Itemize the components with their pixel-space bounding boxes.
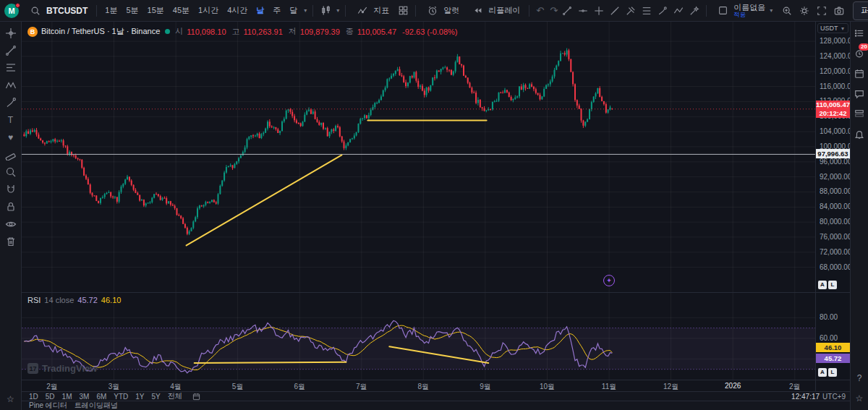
currency-label: USDT xyxy=(820,25,838,32)
symbol-search-button[interactable]: BTCUSDT xyxy=(23,1,92,21)
axis-log-button[interactable]: L xyxy=(828,281,837,289)
achievements-star-icon[interactable]: ☆ xyxy=(852,391,867,406)
chat-icon[interactable] xyxy=(852,87,867,101)
layout-caret-icon: ▾ xyxy=(768,7,774,14)
separator xyxy=(96,5,97,17)
settings-gear-icon[interactable] xyxy=(796,3,812,19)
lock-tool-icon[interactable] xyxy=(1,198,20,215)
measure-ruler-tool-icon[interactable] xyxy=(1,146,20,163)
bar-countdown: 20:12:42 xyxy=(816,109,850,118)
rsi-chart-canvas[interactable] xyxy=(22,293,815,380)
alerts-clock-icon[interactable]: 20 xyxy=(852,46,867,61)
favorites-star-icon[interactable]: ☆ xyxy=(1,390,20,407)
fav-tool-hline-icon[interactable] xyxy=(576,4,590,18)
timeframe-5분[interactable]: 5분 xyxy=(122,4,142,17)
hide-drawings-eye-icon[interactable] xyxy=(1,215,20,232)
range-1M[interactable]: 1M xyxy=(59,393,75,401)
chart-type-candles-icon[interactable] xyxy=(318,3,333,19)
rsi-tick: 80.00 xyxy=(820,314,838,321)
redo-button[interactable]: ↷ xyxy=(548,5,560,16)
remove-drawings-trash-icon[interactable] xyxy=(1,233,20,249)
fav-tool-crossline-icon[interactable] xyxy=(592,4,606,18)
brush-tool-icon[interactable] xyxy=(1,94,20,111)
clock-time[interactable]: 12:47:17 xyxy=(791,393,820,401)
fav-tool-fib-icon[interactable] xyxy=(639,4,654,18)
user-avatar[interactable]: M xyxy=(4,4,19,18)
pattern-tool-icon[interactable] xyxy=(1,77,20,93)
price-axis[interactable]: USDT ▾ 128,000.00124,000.00120,000.00116… xyxy=(815,22,850,292)
timeframe-달[interactable]: 달 xyxy=(286,4,301,17)
trendline-tool-icon[interactable] xyxy=(1,42,20,59)
fav-tool-zigzag-icon[interactable] xyxy=(671,4,686,18)
timeframe-45분[interactable]: 45분 xyxy=(169,4,193,17)
time-label-6월: 6월 xyxy=(294,382,305,392)
rsi-axis-log-button[interactable]: L xyxy=(828,368,837,377)
quick-search-icon[interactable] xyxy=(779,3,795,19)
chart-type-caret-icon[interactable]: ▾ xyxy=(335,7,341,14)
toolbar-left: M BTCUSDT 1분5분15분45분1시간4시간날주달 ▾ ▾ xyxy=(4,1,560,21)
range-전체[interactable]: 전체 xyxy=(165,391,185,401)
time-label-5월: 5월 xyxy=(232,382,244,392)
symbol-title[interactable]: Bitcoin / TetherUS · 1날 · Binance xyxy=(41,26,160,37)
fav-tool-brush-icon[interactable] xyxy=(655,4,670,18)
replay-button[interactable]: 리플레이 xyxy=(465,1,524,21)
currency-unit-button[interactable]: USDT ▾ xyxy=(817,23,848,33)
fav-tool-pitchfork-icon[interactable] xyxy=(624,4,638,18)
axis-auto-button[interactable]: A xyxy=(818,281,827,289)
fav-tool-trendline-icon[interactable] xyxy=(560,4,574,18)
fav-tool-magic-icon[interactable] xyxy=(687,4,702,18)
timeframe-group: 1분5분15분45분1시간4시간날주달 xyxy=(101,4,301,17)
fib-retracement-tool-icon[interactable] xyxy=(1,59,20,76)
indicator-templates-icon[interactable] xyxy=(395,3,411,19)
range-5Y[interactable]: 5Y xyxy=(149,393,163,401)
watchlist-icon[interactable] xyxy=(852,26,867,40)
timeframe-15분[interactable]: 15분 xyxy=(144,4,168,17)
timeframe-4시간[interactable]: 4시간 xyxy=(224,4,251,17)
publish-button[interactable]: 퍼블리쉬 xyxy=(853,1,868,20)
low-value: 109,879.39 xyxy=(300,27,340,36)
clock-timezone[interactable]: UTC+9 xyxy=(822,393,846,401)
calendar-icon[interactable] xyxy=(852,67,867,81)
alert-label: 알럿 xyxy=(443,5,459,16)
range-1D[interactable]: 1D xyxy=(26,393,41,401)
main-chart-canvas[interactable] xyxy=(22,22,815,293)
current-price-value: 110,005.47 xyxy=(816,101,850,109)
rsi-axis-auto-button[interactable]: A xyxy=(818,368,827,377)
indicators-button[interactable]: 지표 xyxy=(350,1,393,21)
time-label-8월: 8월 xyxy=(418,382,430,392)
time-axis[interactable]: 2월3월4월5월6월7월8월9월10월11월12월20262월 xyxy=(22,380,850,392)
undo-button[interactable]: ↶ xyxy=(534,5,546,16)
object-tree-icon[interactable] xyxy=(852,107,867,121)
magnet-tool-icon[interactable] xyxy=(1,181,20,197)
rsi-name[interactable]: RSI xyxy=(27,296,41,304)
range-5D[interactable]: 5D xyxy=(43,393,58,401)
timeframe-1분[interactable]: 1분 xyxy=(101,4,121,17)
emoji-tool-icon[interactable]: ♥ xyxy=(1,129,20,145)
help-question-icon[interactable]: ? xyxy=(852,371,867,385)
layout-menu-button[interactable]: 이름없음 적용 ▾ xyxy=(711,2,778,20)
alert-button[interactable]: 알럿 xyxy=(420,1,464,21)
notifications-bell-icon[interactable] xyxy=(852,127,867,142)
rsi-axis[interactable]: 80.0060.0040.00 46.10 45.72 A L xyxy=(815,293,850,380)
bottom-tab-2[interactable]: 트레이딩패널 xyxy=(75,401,118,410)
crosshair-tool-icon[interactable] xyxy=(1,25,20,41)
timeframe-날[interactable]: 날 xyxy=(252,4,268,17)
text-tool-icon[interactable]: T xyxy=(1,111,20,128)
high-value: 110,263.91 xyxy=(244,27,283,36)
quick-action-circle-icon[interactable]: ✦ xyxy=(603,275,615,286)
range-6M[interactable]: 6M xyxy=(93,393,109,401)
zoom-tool-icon[interactable] xyxy=(1,163,20,180)
fullscreen-icon[interactable] xyxy=(814,3,830,19)
timeframe-caret-icon[interactable]: ▾ xyxy=(302,7,308,14)
fav-tool-channel-icon[interactable] xyxy=(608,4,622,18)
symbol-legend: B Bitcoin / TetherUS · 1날 · Binance 시 11… xyxy=(27,26,460,37)
camera-snapshot-icon[interactable] xyxy=(831,3,847,19)
range-1Y[interactable]: 1Y xyxy=(132,393,147,401)
range-3M[interactable]: 3M xyxy=(77,393,93,401)
timeframe-1시간[interactable]: 1시간 xyxy=(195,4,222,17)
timeframe-주[interactable]: 주 xyxy=(269,4,284,17)
bottom-tab-1[interactable]: Pine 에디터 xyxy=(29,401,67,410)
layout-name: 이름없음 xyxy=(733,4,765,11)
alerts-count-badge: 20 xyxy=(859,43,868,51)
range-YTD[interactable]: YTD xyxy=(111,393,131,401)
